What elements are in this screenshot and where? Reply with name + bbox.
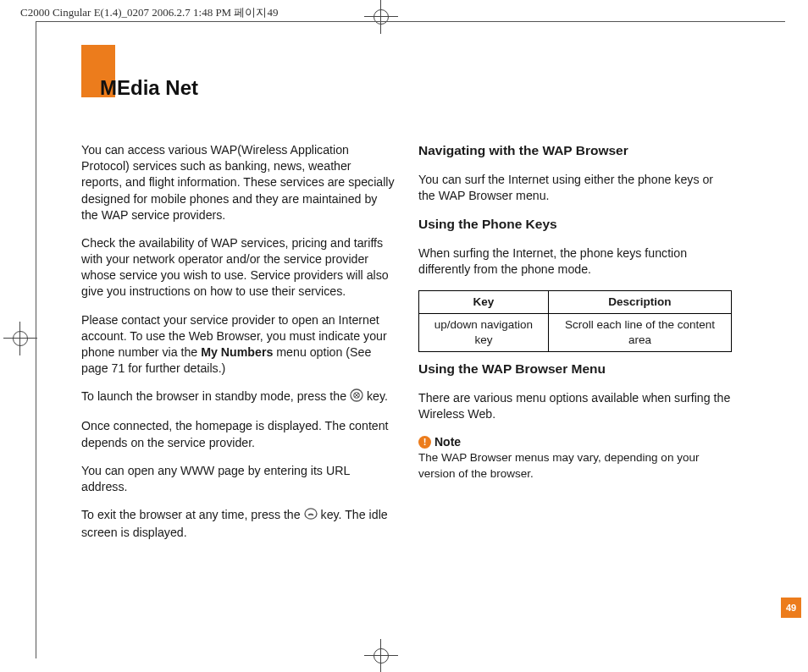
- ok-key-icon: [350, 388, 363, 406]
- text-run: To launch the browser in standby mode, p…: [81, 390, 350, 404]
- table-row: Key Description: [419, 290, 732, 313]
- body-paragraph: There are various menu options available…: [418, 390, 732, 422]
- table-header-description: Description: [548, 290, 731, 313]
- page-number-badge: 49: [781, 598, 801, 618]
- right-column: Navigating with the WAP Browser You can …: [418, 142, 732, 493]
- page-title: MEdia Net: [100, 76, 198, 100]
- body-paragraph: You can open any WWW page by entering it…: [81, 463, 395, 495]
- table-cell-key: up/down navigation key: [419, 313, 549, 351]
- note-bullet-icon: !: [418, 436, 431, 449]
- heading: Navigating with the WAP Browser: [418, 142, 732, 160]
- body-paragraph: You can surf the Internet using either t…: [418, 172, 732, 204]
- end-key-icon: [304, 507, 318, 525]
- note-heading: ! Note: [418, 434, 732, 450]
- text-run: key.: [367, 390, 388, 404]
- body-paragraph: Once connected, the homepage is displaye…: [81, 418, 395, 450]
- key-description-table: Key Description up/down navigation key S…: [418, 290, 732, 353]
- body-paragraph: Please contact your service provider to …: [81, 312, 395, 377]
- body-paragraph: You can access various WAP(Wireless Appl…: [81, 142, 395, 223]
- note-label: Note: [434, 434, 461, 450]
- heading: Using the WAP Browser Menu: [418, 361, 732, 378]
- body-paragraph: To launch the browser in standby mode, p…: [81, 388, 395, 406]
- table-cell-description: Scroll each line of the content area: [548, 313, 731, 351]
- registration-mark-left-icon: [3, 322, 37, 355]
- table-row: up/down navigation key Scroll each line …: [419, 313, 732, 351]
- heading: Using the Phone Keys: [418, 216, 732, 234]
- body-paragraph: Check the availability of WAP services, …: [81, 235, 395, 300]
- left-column: You can access various WAP(Wireless Appl…: [81, 142, 395, 553]
- text-run: To exit the browser at any time, press t…: [81, 508, 304, 521]
- crop-header-text: C2000 Cingular E(1.4)_0207 2006.2.7 1:48…: [20, 5, 278, 20]
- body-paragraph: To exit the browser at any time, press t…: [81, 507, 395, 541]
- bold-run: My Numbers: [201, 345, 273, 359]
- note-text: The WAP Browser menus may vary, dependin…: [418, 450, 732, 481]
- body-paragraph: When surfing the Internet, the phone key…: [418, 245, 732, 278]
- table-header-key: Key: [419, 290, 549, 313]
- page: C2000 Cingular E(1.4)_0207 2006.2.7 1:48…: [0, 0, 808, 672]
